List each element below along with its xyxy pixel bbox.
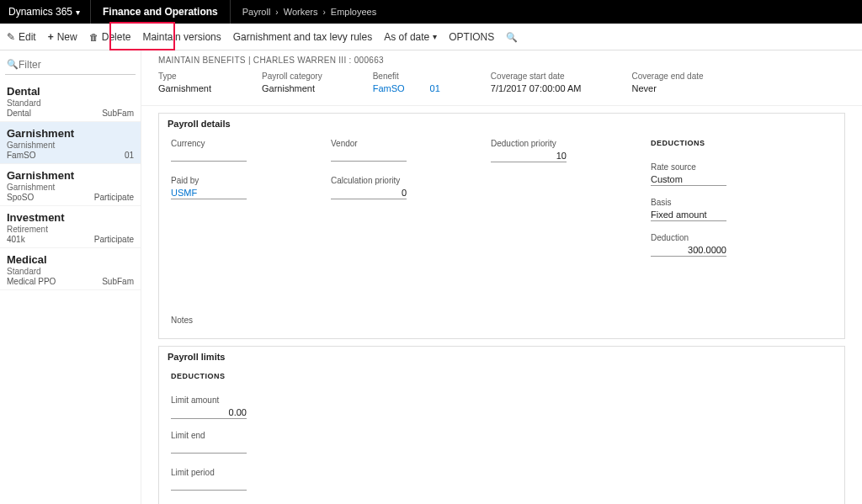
page-title: MAINTAIN BENEFITS | CHARLES WARREN III :… — [141, 50, 862, 66]
paid-by-field[interactable]: USMF — [171, 188, 247, 199]
summary-row: TypeGarnishment Payroll categoryGarnishm… — [141, 66, 862, 106]
maintain-versions-button[interactable]: Maintain versions — [142, 31, 221, 43]
action-toolbar: Edit New Delete Maintain versions Garnis… — [0, 24, 862, 50]
list-item[interactable]: Medical Standard Medical PPOSubFam — [0, 248, 141, 290]
list-item[interactable]: Investment Retirement 401kParticipate — [0, 206, 141, 248]
search-icon — [7, 59, 19, 70]
as-of-date-button[interactable]: As of date ▾ — [384, 31, 437, 43]
payroll-details-section: Payroll details Currency Paid byUSMF Ven… — [158, 113, 845, 339]
new-button[interactable]: New — [48, 31, 77, 43]
search-button[interactable] — [506, 31, 518, 43]
search-icon — [506, 31, 518, 43]
crumb-1[interactable]: Workers — [284, 7, 318, 17]
benefit-list: Dental Standard DentalSubFam Garnishment… — [0, 80, 141, 290]
crumb-0[interactable]: Payroll — [242, 7, 271, 17]
plus-icon — [48, 31, 54, 43]
chevron-right-icon: › — [322, 8, 325, 17]
list-item[interactable]: Dental Standard DentalSubFam — [0, 80, 141, 122]
pencil-icon — [7, 31, 15, 43]
rate-source-field[interactable]: Custom — [651, 174, 726, 186]
chevron-right-icon: › — [275, 8, 278, 17]
payroll-limits-section: Payroll limits DEDUCTIONS Limit amount0.… — [158, 346, 845, 504]
basis-field[interactable]: Fixed amount — [651, 210, 726, 221]
chevron-down-icon: ▾ — [433, 32, 437, 41]
limit-amount-field[interactable]: 0.00 — [171, 407, 247, 419]
options-button[interactable]: OPTIONS — [449, 31, 494, 43]
section-header[interactable]: Payroll limits — [159, 347, 844, 367]
filter-input[interactable] — [5, 56, 136, 75]
left-panel: Dental Standard DentalSubFam Garnishment… — [0, 50, 141, 504]
breadcrumb: Payroll › Workers › Employees — [231, 7, 376, 17]
app-title: Finance and Operations — [91, 0, 231, 24]
section-header[interactable]: Payroll details — [159, 114, 844, 134]
list-item[interactable]: Garnishment Garnishment SpoSOParticipate — [0, 164, 141, 206]
brand-label: Dynamics 365 — [8, 6, 72, 18]
trash-icon — [89, 31, 98, 43]
vendor-field[interactable] — [331, 150, 407, 162]
content-area: MAINTAIN BENEFITS | CHARLES WARREN III :… — [141, 50, 862, 504]
deduction-priority-field[interactable]: 10 — [491, 151, 567, 162]
delete-button[interactable]: Delete — [89, 31, 131, 43]
global-header: Dynamics 365 ▾ Finance and Operations Pa… — [0, 0, 862, 24]
currency-field[interactable] — [171, 150, 247, 162]
garnishment-rules-button[interactable]: Garnishment and tax levy rules — [233, 31, 372, 43]
deduction-field[interactable]: 300.0000 — [651, 245, 726, 257]
edit-button[interactable]: Edit — [7, 31, 36, 43]
chevron-down-icon: ▾ — [76, 8, 80, 17]
brand-menu[interactable]: Dynamics 365 ▾ — [8, 0, 91, 24]
calc-priority-field[interactable]: 0 — [331, 188, 407, 199]
limit-period-field[interactable] — [171, 479, 247, 491]
limit-end-field[interactable] — [171, 442, 247, 454]
crumb-2[interactable]: Employees — [331, 7, 376, 17]
list-item[interactable]: Garnishment Garnishment FamSO01 — [0, 122, 141, 164]
